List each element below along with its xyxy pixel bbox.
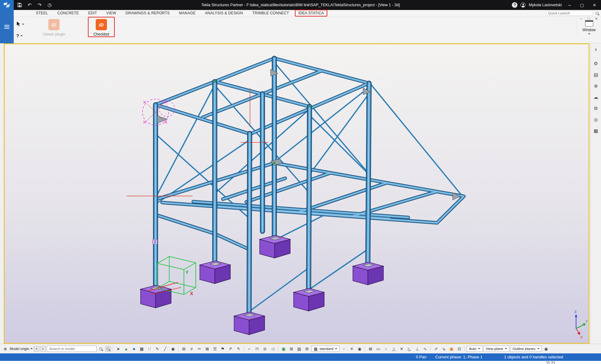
file-menu-strip[interactable] <box>0 10 14 43</box>
tab-trimble-connect[interactable]: TRIMBLE CONNECT <box>248 10 294 16</box>
snap-arrow-up-icon[interactable]: ↱ <box>227 346 234 352</box>
collapse-chevron-icon[interactable]: ‹ <box>592 46 600 53</box>
ribbon: ? ID Viewer plugin ID Checkbot ─ ▢ ✕ Win… <box>0 17 601 43</box>
concrete-footing[interactable] <box>234 312 265 335</box>
pointer-tool[interactable] <box>16 22 24 27</box>
user-name[interactable]: Mykola Lastovetski <box>529 3 562 7</box>
tab-view[interactable]: VIEW <box>102 10 121 16</box>
model-viewport[interactable]: Z Y X <box>4 43 589 344</box>
help-icon[interactable]: ? <box>512 2 517 8</box>
undo-icon[interactable]: ↶ <box>26 2 34 8</box>
snap-lines-icon[interactable]: ☰ <box>212 346 219 352</box>
workplane-indicator[interactable]: Z <box>152 239 157 244</box>
tab-edit[interactable]: EDIT <box>84 10 102 16</box>
select-line-icon[interactable]: ╱ <box>162 346 169 352</box>
gear-question-icon[interactable]: ⚙ <box>592 60 600 67</box>
snap-cut-icon[interactable]: ✂ <box>196 346 203 352</box>
search-options-icon[interactable] <box>105 346 111 352</box>
reference-target-icon[interactable]: ◎ <box>592 116 600 123</box>
model-origin-dropdown[interactable]: ⊕ Model origin <box>2 346 33 352</box>
snap-frame-icon[interactable]: ⊓ <box>254 346 261 352</box>
concrete-footing[interactable] <box>353 262 383 285</box>
snap-flag-icon[interactable]: ⚑ <box>219 346 226 352</box>
help-tool[interactable]: ? <box>16 33 23 38</box>
redo-icon[interactable]: ↷ <box>36 2 44 8</box>
snap-grid-icon[interactable]: ⊞ <box>180 346 187 352</box>
chevron-down-icon <box>505 348 507 349</box>
tab-label: DRAWINGS & REPORTS <box>126 11 170 15</box>
separator <box>464 346 465 352</box>
eye-icon[interactable]: ◉ <box>543 346 550 352</box>
window-group-button[interactable]: Window <box>577 20 598 35</box>
concrete-footing[interactable] <box>260 235 290 258</box>
checkbot-button[interactable]: ID Checkbot <box>84 19 118 36</box>
close-button[interactable]: ✕ <box>590 1 599 9</box>
save-icon[interactable] <box>16 2 24 8</box>
tab-idea-statica[interactable]: IDEA STATICA <box>294 10 329 16</box>
override-cross-icon[interactable]: ✕ <box>398 346 405 352</box>
model-3d-view[interactable]: Z Y X <box>5 44 589 343</box>
select-pointer-icon[interactable]: ➤ <box>115 346 122 352</box>
select-grid-icon[interactable]: ▦ <box>138 346 145 352</box>
search-in-model-input[interactable] <box>47 346 97 352</box>
standard-dropdown[interactable]: ▦ standard <box>311 346 340 352</box>
history-icon[interactable]: ◷ <box>46 2 54 8</box>
concrete-footing[interactable] <box>200 261 230 284</box>
override-perp-icon[interactable]: ⊥ <box>414 346 421 352</box>
color-swatch-button[interactable]: ▪ <box>40 346 46 352</box>
override-corner-icon[interactable]: ◺ <box>406 346 413 352</box>
component-grid-icon[interactable]: ⊞ <box>288 346 295 352</box>
taskbar-sliver: 11:21 <box>0 361 601 364</box>
select-pen-icon[interactable]: ✎ <box>154 346 161 352</box>
globe-icon[interactable]: ⊕ <box>592 83 600 89</box>
select-weld-icon[interactable]: ◉ <box>170 346 176 352</box>
component-hatch-icon[interactable]: ▨ <box>296 346 303 352</box>
icon-text: ID <box>99 22 104 27</box>
select-area-blue-icon[interactable]: ■ <box>131 346 137 352</box>
ghost-outline-icon[interactable]: ▫ <box>340 346 347 352</box>
tab-manage[interactable]: MANAGE <box>174 10 200 16</box>
override-triangle-icon[interactable]: △ <box>390 346 397 352</box>
components-blocks-icon[interactable]: ▦ <box>592 127 600 134</box>
override-circle-icon[interactable]: ○ <box>382 346 389 352</box>
user-avatar-icon[interactable] <box>521 2 526 7</box>
quick-launch-input[interactable] <box>546 11 593 16</box>
measure-up-icon[interactable]: ⇗ <box>432 346 439 352</box>
search-icon[interactable] <box>98 346 104 352</box>
minimize-button[interactable]: ─ <box>565 1 574 9</box>
clip-box-icon[interactable]: ⊡ <box>456 346 463 352</box>
select-components-icon[interactable]: ∷ <box>146 346 153 352</box>
snap-hash-icon[interactable]: # <box>188 346 195 352</box>
measure-down-icon[interactable]: ⇘ <box>440 346 447 352</box>
tab-analysis-design[interactable]: ANALYSIS & DESIGN <box>200 10 248 16</box>
override-wave-icon[interactable]: ∿ <box>421 346 428 352</box>
snap-view-icon[interactable]: ◉ <box>356 346 363 352</box>
search-icon[interactable] <box>596 12 599 15</box>
snap-triangle-icon[interactable]: ◁ <box>269 346 276 352</box>
snap-arrow-down-icon[interactable]: ↰ <box>235 346 242 352</box>
component-gear-icon[interactable]: ⚙ <box>304 346 310 352</box>
snap-corner-icon[interactable]: ⌐ <box>246 346 253 352</box>
list-panel-icon[interactable]: ▤ <box>592 71 600 78</box>
snap-box-icon[interactable]: ⊠ <box>204 346 211 352</box>
settings-gear-icon[interactable]: ⚙ <box>592 105 600 112</box>
tab-drawings-reports[interactable]: DRAWINGS & REPORTS <box>121 10 175 16</box>
view-plane-dropdown[interactable]: View plane <box>483 346 509 352</box>
auto-dropdown[interactable]: Auto <box>467 346 483 352</box>
maximize-button[interactable]: ▢ <box>577 1 587 9</box>
tab-concrete[interactable]: CONCRETE <box>53 10 84 16</box>
select-area-green-icon[interactable]: ▲ <box>123 346 130 352</box>
clip-orange-icon[interactable]: ▣ <box>448 346 455 352</box>
snap-asterisk-icon[interactable]: ✳ <box>348 346 355 352</box>
snap-none-icon[interactable]: ⊘ <box>262 346 268 352</box>
cube-y-label: Y <box>185 270 189 275</box>
footings-group[interactable] <box>141 235 383 335</box>
outline-planes-dropdown[interactable]: Outline planes <box>510 346 542 352</box>
tab-steel[interactable]: STEEL <box>31 10 53 16</box>
concrete-footing[interactable] <box>294 288 324 311</box>
add-point-button[interactable]: + <box>34 346 39 352</box>
override-rect-icon[interactable]: ▭ <box>375 346 382 352</box>
override-box-icon[interactable]: ⊠ <box>367 346 374 352</box>
cloud-icon[interactable]: ☁ <box>592 94 600 101</box>
component-select-icon[interactable]: ▣ <box>280 346 287 352</box>
